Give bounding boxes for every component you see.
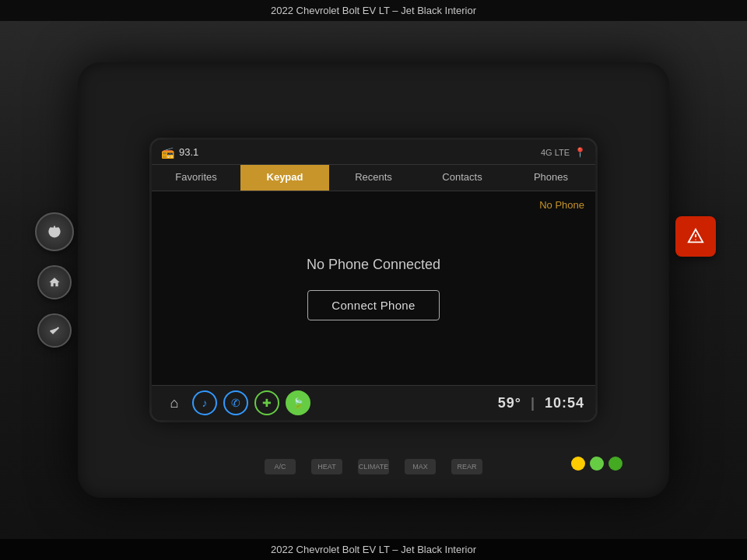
watermark-top: 2022 Chevrolet Bolt EV LT – Jet Black In… bbox=[0, 0, 747, 21]
max-button[interactable]: MAX bbox=[405, 459, 436, 474]
bottom-music-icon[interactable]: ♪ bbox=[192, 390, 217, 415]
no-phone-label: No Phone bbox=[539, 199, 584, 211]
color-dot-green2 bbox=[608, 457, 622, 471]
radio-freq-value: 93.1 bbox=[179, 146, 198, 158]
dashboard: 📻 93.1 4G LTE 📍 Favorites Keypad Recents… bbox=[78, 62, 669, 498]
color-dot-green1 bbox=[590, 457, 604, 471]
radio-icon: 📻 bbox=[161, 146, 174, 159]
infotainment-screen: 📻 93.1 4G LTE 📍 Favorites Keypad Recents… bbox=[152, 140, 595, 420]
hazard-button[interactable] bbox=[675, 216, 716, 257]
no-phone-connected-text: No Phone Connected bbox=[307, 257, 440, 273]
rear-button[interactable]: REAR bbox=[451, 459, 482, 474]
tab-phones[interactable]: Phones bbox=[507, 165, 595, 191]
ac-button[interactable]: A/C bbox=[265, 459, 296, 474]
left-controls bbox=[35, 212, 74, 348]
power-button[interactable] bbox=[35, 212, 74, 251]
bottom-plus-icon[interactable]: ✚ bbox=[254, 390, 279, 415]
climate-button[interactable]: CLIMATE bbox=[358, 459, 389, 474]
tab-favorites[interactable]: Favorites bbox=[152, 165, 240, 191]
connect-phone-button[interactable]: Connect Phone bbox=[307, 290, 439, 320]
gps-icon: 📍 bbox=[574, 147, 586, 158]
bottom-controls: A/C HEAT CLIMATE MAX REAR bbox=[265, 459, 482, 474]
tab-contacts[interactable]: Contacts bbox=[418, 165, 507, 191]
radio-frequency: 📻 93.1 bbox=[161, 146, 198, 159]
signal-label: 4G LTE bbox=[541, 148, 570, 157]
temperature-value: 59° bbox=[498, 395, 521, 411]
top-right-info: 4G LTE 📍 bbox=[541, 147, 586, 158]
screen-statusbar: ⌂ ♪ ✆ ✚ 🍃 59° | 10:54 bbox=[152, 385, 595, 420]
watermark-bottom: 2022 Chevrolet Bolt EV LT – Jet Black In… bbox=[0, 539, 747, 560]
bottom-phone-icon[interactable]: ✆ bbox=[223, 390, 248, 415]
tab-keypad[interactable]: Keypad bbox=[240, 165, 329, 191]
screen-topbar: 📻 93.1 4G LTE 📍 bbox=[152, 140, 595, 165]
color-dot-yellow bbox=[571, 457, 585, 471]
bottom-icons: ⌂ ♪ ✆ ✚ 🍃 bbox=[163, 390, 310, 415]
car-background: 2022 Chevrolet Bolt EV LT – Jet Black In… bbox=[0, 0, 747, 560]
color-dots bbox=[571, 457, 622, 471]
check-button[interactable] bbox=[37, 313, 72, 348]
nav-tabs: Favorites Keypad Recents Contacts Phones bbox=[152, 165, 595, 191]
screen-content: No Phone No Phone Connected Connect Phon… bbox=[152, 191, 595, 385]
watermark-bottom-text: 2022 Chevrolet Bolt EV LT – Jet Black In… bbox=[271, 544, 476, 555]
bottom-leaf-icon[interactable]: 🍃 bbox=[286, 390, 310, 415]
time-value: 10:54 bbox=[545, 395, 584, 411]
bottom-home-icon[interactable]: ⌂ bbox=[163, 391, 186, 415]
watermark-top-text: 2022 Chevrolet Bolt EV LT – Jet Black In… bbox=[271, 5, 476, 16]
heat-button[interactable]: HEAT bbox=[311, 459, 342, 474]
right-controls bbox=[675, 216, 716, 257]
home-button[interactable] bbox=[37, 265, 72, 299]
time-temperature: 59° | 10:54 bbox=[498, 395, 584, 411]
time-divider: | bbox=[531, 395, 535, 411]
tab-recents[interactable]: Recents bbox=[329, 165, 418, 191]
